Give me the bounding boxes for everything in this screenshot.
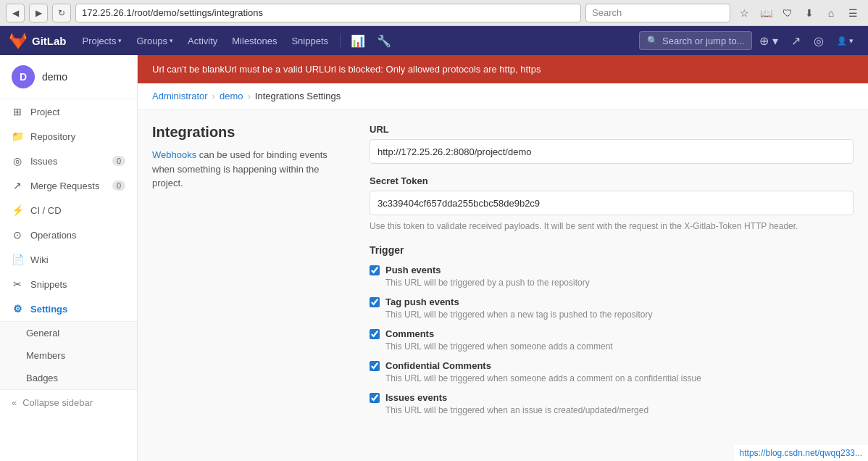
wiki-icon: 📄	[12, 254, 23, 265]
sidebar-item-snippets[interactable]: ✂ Snippets	[0, 272, 137, 296]
nav-milestones[interactable]: Milestones	[225, 26, 284, 55]
sidebar-user[interactable]: D demo	[0, 55, 137, 99]
download-icon[interactable]: ⬇	[800, 4, 819, 22]
form-group-secret-token: Secret Token Use this token to validate …	[370, 175, 854, 233]
trigger-title: Trigger	[370, 244, 854, 256]
trigger-label-text-0: Push events	[385, 265, 441, 275]
trigger-label-4[interactable]: Issues events	[370, 392, 854, 403]
sidebar-item-merge-requests[interactable]: ↗ Merge Requests 0	[0, 173, 137, 198]
nav-issues-icon[interactable]: ◎	[808, 26, 830, 55]
trigger-checkbox-4[interactable]	[370, 393, 380, 403]
breadcrumb: Administrator › demo › Integrations Sett…	[138, 83, 868, 109]
sidebar-label-snippets: Snippets	[30, 279, 67, 290]
search-placeholder-text: Search	[592, 7, 622, 18]
section-desc: Webhooks can be used for binding events …	[152, 148, 341, 191]
gitlab-logo[interactable]: GitLab	[9, 31, 67, 50]
nav-activity[interactable]: Activity	[180, 26, 225, 55]
shield-icon[interactable]: 🛡	[778, 4, 797, 22]
trigger-checkbox-3[interactable]	[370, 361, 380, 371]
sidebar-submenu-badges[interactable]: Badges	[0, 367, 137, 389]
browser-icons: ☆ 📖 🛡 ⬇ ⌂ ☰	[735, 4, 862, 22]
nav-projects[interactable]: Projects ▾	[75, 26, 130, 55]
app-layout: D demo ⊞ Project 📁 Repository ◎ Issues 0…	[0, 55, 868, 461]
url-text: 172.25.26.1/root/demo/settings/integrati…	[82, 7, 263, 18]
status-url: https://blog.csdn.net/qwqq233...	[740, 448, 862, 458]
trigger-label-text-3: Confidential Comments	[385, 360, 491, 371]
back-button[interactable]: ◀	[6, 4, 25, 22]
trigger-label-2[interactable]: Comments	[370, 328, 854, 339]
nav-wrench-icon[interactable]: 🔧	[371, 26, 397, 55]
sidebar-item-project[interactable]: ⊞ Project	[0, 99, 137, 124]
nav-chart-icon[interactable]: 📊	[345, 26, 371, 55]
trigger-desc-3: This URL will be triggered when someone …	[385, 373, 854, 383]
nav-groups[interactable]: Groups ▾	[129, 26, 180, 55]
browser-search-bar[interactable]: Search	[585, 4, 730, 22]
trigger-item: Push eventsThis URL will be triggered by…	[370, 265, 854, 288]
url-input[interactable]	[370, 139, 854, 164]
search-icon: 🔍	[647, 36, 658, 46]
breadcrumb-demo[interactable]: demo	[220, 91, 243, 101]
sidebar-submenu-general[interactable]: General	[0, 322, 137, 344]
cicd-icon: ⚡	[12, 204, 23, 216]
sidebar-label-repository: Repository	[30, 131, 75, 142]
sidebar-label-issues: Issues	[30, 156, 58, 167]
snippets-icon: ✂	[12, 278, 23, 290]
collapse-sidebar[interactable]: « Collapse sidebar	[0, 389, 137, 415]
secret-token-hint: Use this token to validate received payl…	[370, 220, 854, 233]
sidebar: D demo ⊞ Project 📁 Repository ◎ Issues 0…	[0, 55, 138, 461]
reload-button[interactable]: ↻	[52, 4, 71, 22]
settings-icon: ⚙	[12, 303, 23, 315]
sidebar-item-issues[interactable]: ◎ Issues 0	[0, 149, 137, 173]
bookmark-icon[interactable]: 📖	[756, 4, 775, 22]
content-left: Integrations Webhooks can be used for bi…	[152, 124, 341, 424]
forward-button[interactable]: ▶	[29, 4, 48, 22]
trigger-label-1[interactable]: Tag push events	[370, 296, 854, 307]
merge-requests-badge: 0	[112, 180, 125, 191]
content-right: URL Secret Token Use this token to valid…	[370, 124, 854, 424]
nav-mr-icon[interactable]: ↗	[785, 26, 806, 55]
trigger-item: Confidential CommentsThis URL will be tr…	[370, 360, 854, 383]
sidebar-item-operations[interactable]: ⊙ Operations	[0, 223, 137, 247]
secret-token-input[interactable]	[370, 191, 854, 215]
sidebar-item-repository[interactable]: 📁 Repository	[0, 124, 137, 149]
trigger-label-3[interactable]: Confidential Comments	[370, 360, 854, 371]
breadcrumb-admin[interactable]: Administrator	[152, 91, 208, 101]
search-placeholder: Search or jump to...	[662, 36, 744, 46]
star-icon[interactable]: ☆	[735, 4, 754, 22]
sidebar-label-project: Project	[30, 107, 59, 117]
sidebar-label-cicd: CI / CD	[30, 205, 62, 216]
url-bar[interactable]: 172.25.26.1/root/demo/settings/integrati…	[75, 4, 581, 22]
trigger-item: Tag push eventsThis URL will be triggere…	[370, 296, 854, 320]
webhooks-link[interactable]: Webhooks	[152, 149, 196, 160]
global-search[interactable]: 🔍 Search or jump to...	[639, 31, 752, 50]
trigger-item: Issues eventsThis URL will be triggered …	[370, 392, 854, 415]
trigger-label-0[interactable]: Push events	[370, 265, 854, 275]
merge-requests-icon: ↗	[12, 180, 23, 191]
sidebar-label-merge-requests: Merge Requests	[30, 180, 99, 191]
breadcrumb-sep-1: ›	[212, 91, 215, 101]
nav-user-icon[interactable]: 👤 ▾	[831, 26, 859, 55]
collapse-label: Collapse sidebar	[22, 397, 93, 408]
menu-icon[interactable]: ☰	[843, 4, 862, 22]
nav-snippets[interactable]: Snippets	[284, 26, 335, 55]
operations-icon: ⊙	[12, 229, 23, 241]
sidebar-item-wiki[interactable]: 📄 Wiki	[0, 247, 137, 272]
main-content: Url can't be blankUrl must be a valid UR…	[138, 55, 868, 461]
trigger-label-text-1: Tag push events	[385, 296, 459, 307]
home-icon[interactable]: ⌂	[822, 4, 840, 22]
sidebar-submenu-members[interactable]: Members	[0, 344, 137, 367]
sidebar-item-settings[interactable]: ⚙ Settings	[0, 296, 137, 321]
trigger-desc-1: This URL will be triggered when a new ta…	[385, 310, 854, 320]
nav-plus-icon[interactable]: ⊕ ▾	[754, 26, 783, 55]
alert-message: Url can't be blankUrl must be a valid UR…	[152, 64, 541, 75]
avatar: D	[12, 65, 35, 88]
gitlab-logo-svg	[9, 31, 28, 50]
trigger-checkbox-1[interactable]	[370, 297, 380, 307]
sidebar-item-cicd[interactable]: ⚡ CI / CD	[0, 198, 137, 223]
trigger-checkbox-2[interactable]	[370, 329, 380, 339]
trigger-checkbox-0[interactable]	[370, 265, 380, 275]
alert-banner: Url can't be blankUrl must be a valid UR…	[138, 55, 868, 83]
status-bar: https://blog.csdn.net/qwqq233...	[734, 445, 868, 461]
project-icon: ⊞	[12, 106, 23, 117]
issues-icon: ◎	[12, 155, 23, 167]
